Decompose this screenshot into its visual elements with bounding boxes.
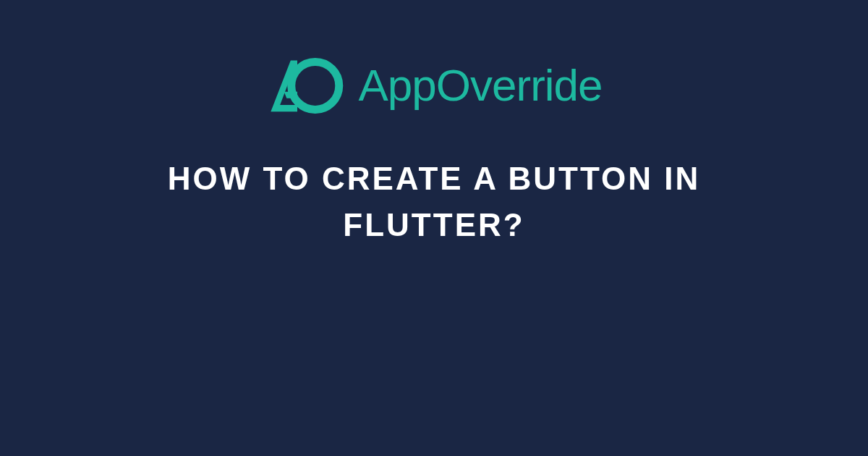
svg-point-0 [292, 62, 339, 109]
page-title: HOW TO CREATE A BUTTON IN FLUTTER? [109, 156, 760, 248]
brand-name: AppOverride [358, 59, 602, 111]
brand-logo: AppOverride [265, 54, 602, 116]
logo-icon [265, 54, 345, 116]
